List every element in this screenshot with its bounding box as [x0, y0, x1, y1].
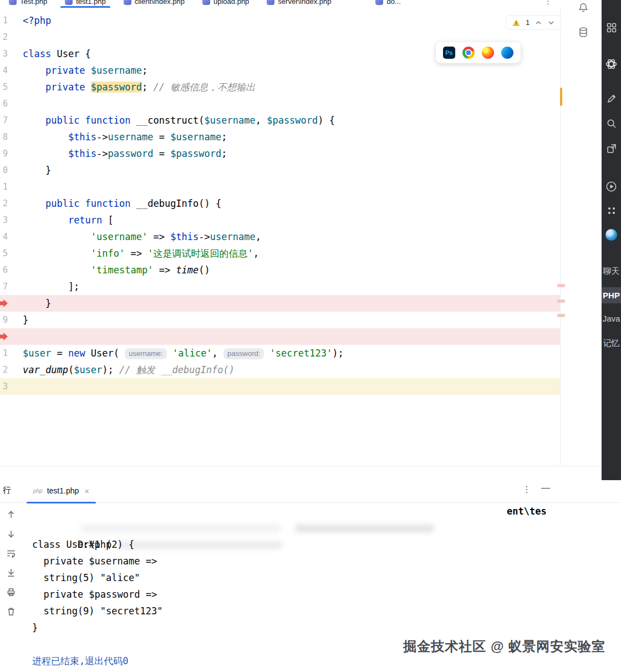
- stripe-item-java[interactable]: Java: [602, 314, 621, 323]
- warning-count: 1: [526, 18, 530, 27]
- search-icon[interactable]: [605, 117, 618, 130]
- structure-grid-icon[interactable]: [605, 21, 618, 34]
- code-editor[interactable]: 1<?php23class User {4 private $username;…: [0, 8, 561, 465]
- console-line: }: [26, 619, 615, 636]
- line-number[interactable]: 2: [0, 29, 17, 45]
- rerun-up-icon[interactable]: [6, 510, 18, 522]
- code-line[interactable]: 3 return [: [0, 212, 560, 228]
- code-line[interactable]: [0, 328, 560, 345]
- code-line[interactable]: 2var_dump($user); // 触发 __debugInfo(): [0, 362, 560, 378]
- editor-tab[interactable]: test1.php: [56, 0, 115, 8]
- php-file-icon: [9, 0, 17, 5]
- code-line[interactable]: 4 private $username;: [0, 62, 560, 79]
- code-line[interactable]: 9}: [0, 312, 560, 328]
- code-line[interactable]: 7 ];: [0, 278, 560, 295]
- stripe-item-php[interactable]: PHP: [602, 287, 621, 303]
- line-number[interactable]: [0, 295, 17, 312]
- code-line[interactable]: 0 }: [0, 162, 560, 179]
- print-icon[interactable]: [6, 587, 18, 599]
- php-file-icon: [202, 0, 210, 5]
- panel-options-icon[interactable]: ⋮: [522, 484, 531, 495]
- run-play-icon[interactable]: [605, 180, 618, 193]
- line-number[interactable]: 5: [0, 245, 17, 262]
- services-dots-icon[interactable]: [605, 204, 618, 217]
- parameter-hint: password:: [223, 348, 264, 359]
- code-line[interactable]: 1<?php: [0, 12, 560, 29]
- code-line[interactable]: 2 public function __debugInfo() {: [0, 195, 560, 212]
- line-number[interactable]: 4: [0, 228, 17, 245]
- change-stripe-mark[interactable]: [557, 299, 565, 303]
- change-stripe-mark[interactable]: [557, 314, 565, 317]
- scroll-to-end-icon[interactable]: [6, 568, 18, 580]
- tab-options-icon[interactable]: ⋮: [544, 0, 552, 6]
- code-line[interactable]: 3: [0, 378, 560, 395]
- editor-tab[interactable]: do...: [367, 0, 409, 8]
- minimize-panel-icon[interactable]: —: [541, 483, 550, 493]
- line-number[interactable]: 2: [0, 195, 17, 212]
- warning-stripe-mark[interactable]: [560, 88, 562, 106]
- code-line[interactable]: 4 'username' => $this->username,: [0, 228, 560, 245]
- line-number[interactable]: 2: [0, 362, 17, 378]
- line-number[interactable]: 5: [0, 79, 17, 95]
- editor-tab[interactable]: server\index.php: [258, 0, 340, 8]
- line-number[interactable]: 3: [0, 212, 17, 228]
- chatgpt-icon[interactable]: [605, 58, 618, 70]
- clear-trash-icon[interactable]: [6, 607, 18, 619]
- line-number[interactable]: 4: [0, 62, 17, 79]
- run-tool-label: 行: [3, 485, 11, 496]
- line-number[interactable]: 7: [0, 112, 17, 129]
- run-panel-header: 行 php test1.php × ⋮ —: [0, 478, 621, 503]
- line-number[interactable]: 3: [0, 378, 17, 395]
- phpstorm-icon[interactable]: Ps: [443, 47, 455, 59]
- editor-scrollbar[interactable]: [557, 8, 568, 465]
- line-number[interactable]: 1: [0, 179, 17, 195]
- code-line[interactable]: 1$user = new User( username: 'alice', pa…: [0, 345, 560, 362]
- breakpoint-arrow-icon[interactable]: [0, 332, 8, 341]
- editor-tab[interactable]: upload.php: [194, 0, 258, 8]
- line-number[interactable]: 8: [0, 129, 17, 145]
- line-number[interactable]: 9: [0, 312, 17, 328]
- line-number[interactable]: [0, 328, 17, 345]
- browser-globe-icon[interactable]: [605, 228, 618, 241]
- open-in-browser-popup: Ps: [436, 42, 521, 63]
- code-line[interactable]: 1: [0, 179, 560, 195]
- export-window-icon[interactable]: [605, 142, 618, 155]
- stripe-item-memory[interactable]: 记忆: [602, 338, 621, 349]
- run-tab-test1[interactable]: php test1.php ×: [27, 478, 96, 503]
- code-line[interactable]: 5 private $password; // 敏感信息，不想输出: [0, 79, 560, 95]
- close-tab-icon[interactable]: ×: [84, 486, 89, 496]
- edit-pencil-icon[interactable]: [605, 92, 618, 105]
- line-number[interactable]: 1: [0, 345, 17, 362]
- php-file-icon: php: [33, 488, 43, 494]
- line-number[interactable]: 6: [0, 262, 17, 278]
- line-number[interactable]: 3: [0, 45, 17, 62]
- stripe-item-chat[interactable]: 聊天: [602, 266, 621, 277]
- inspections-widget[interactable]: 1: [506, 15, 561, 30]
- run-tab-label: test1.php: [47, 486, 79, 495]
- soft-wrap-icon[interactable]: [6, 548, 18, 561]
- prev-problem-icon[interactable]: [535, 19, 542, 27]
- firefox-icon[interactable]: [482, 47, 494, 59]
- next-problem-icon[interactable]: [547, 19, 555, 27]
- code-line[interactable]: 7 public function __construct($username,…: [0, 112, 560, 129]
- code-line[interactable]: 8 $this->username = $username;: [0, 129, 560, 145]
- breakpoint-arrow-icon[interactable]: [0, 299, 8, 308]
- chrome-icon[interactable]: [462, 47, 475, 59]
- code-line[interactable]: 6: [0, 95, 560, 112]
- arrow-down-icon[interactable]: [6, 529, 18, 541]
- line-number[interactable]: 0: [0, 162, 17, 179]
- editor-tab[interactable]: Test.php: [0, 0, 56, 8]
- code-line[interactable]: 5 'info' => '这是调试时返回的信息',: [0, 245, 560, 262]
- code-line[interactable]: }: [0, 295, 560, 312]
- database-icon[interactable]: [578, 27, 589, 40]
- line-number[interactable]: 6: [0, 95, 17, 112]
- line-number[interactable]: 1: [0, 12, 17, 29]
- line-number[interactable]: 7: [0, 278, 17, 295]
- line-number[interactable]: 9: [0, 145, 17, 162]
- code-line[interactable]: 9 $this->password = $password;: [0, 145, 560, 162]
- editor-tab[interactable]: client\index.php: [115, 0, 194, 8]
- code-line[interactable]: 6 'timestamp' => time(): [0, 262, 560, 278]
- notifications-bell-icon[interactable]: [578, 2, 589, 16]
- change-stripe-mark[interactable]: [557, 284, 565, 287]
- edge-icon[interactable]: [501, 47, 513, 59]
